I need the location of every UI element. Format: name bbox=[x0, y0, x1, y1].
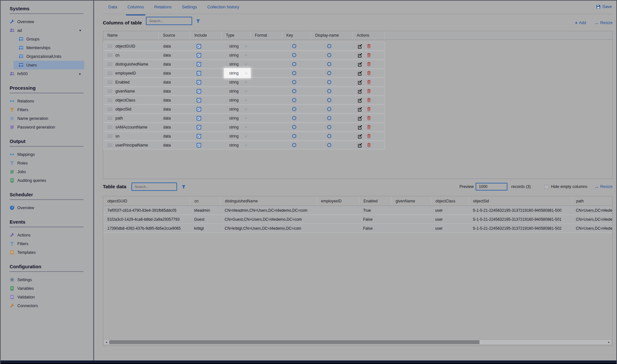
tab-collection-history[interactable]: Collection history bbox=[207, 4, 239, 13]
display-name-radio[interactable] bbox=[327, 125, 331, 129]
delete-icon[interactable] bbox=[367, 44, 371, 49]
sidebar-item-variables[interactable]: Variables bbox=[1, 284, 93, 293]
edit-icon[interactable] bbox=[357, 62, 362, 67]
data-row-0[interactable]: 7ef0f1f7-c81d-4790-83e4-391fb65ddc05t4ea… bbox=[103, 206, 612, 215]
sidebar-item-hr500[interactable]: hr500▸ bbox=[1, 69, 93, 78]
drag-handle-icon[interactable] bbox=[107, 125, 112, 129]
display-name-radio[interactable] bbox=[327, 98, 331, 102]
tab-settings[interactable]: Settings bbox=[182, 4, 197, 13]
tab-data[interactable]: Data bbox=[108, 4, 117, 13]
display-name-radio[interactable] bbox=[327, 143, 331, 147]
key-radio[interactable] bbox=[292, 89, 296, 93]
sidebar-item-users[interactable]: Users bbox=[13, 61, 84, 69]
key-radio[interactable] bbox=[292, 143, 296, 147]
key-radio[interactable] bbox=[292, 71, 296, 75]
key-radio[interactable] bbox=[292, 107, 296, 111]
sidebar-item-memberships[interactable]: Memberships bbox=[1, 43, 93, 52]
display-name-radio[interactable] bbox=[327, 80, 331, 84]
key-radio[interactable] bbox=[292, 62, 296, 66]
type-dropdown[interactable]: string bbox=[224, 96, 251, 104]
edit-icon[interactable] bbox=[357, 98, 362, 103]
table-data-resize-button[interactable]: ↔ Resize bbox=[595, 184, 613, 189]
type-dropdown[interactable]: string bbox=[224, 78, 251, 86]
edit-icon[interactable] bbox=[357, 44, 362, 49]
sidebar-item-connectors[interactable]: Connectors bbox=[1, 301, 93, 310]
include-checkbox[interactable]: ✓ bbox=[197, 80, 201, 84]
delete-icon[interactable] bbox=[367, 53, 371, 58]
include-checkbox[interactable]: ✓ bbox=[197, 62, 201, 67]
add-column-button[interactable]: + Add bbox=[575, 20, 586, 25]
delete-icon[interactable] bbox=[367, 116, 371, 120]
edit-icon[interactable] bbox=[357, 53, 362, 58]
data-row-1[interactable]: 51f2a3c0-1429-4ca6-b8bd-2a9a29357793Gues… bbox=[103, 215, 612, 224]
sidebar-item-relations[interactable]: Relations bbox=[1, 97, 93, 105]
sidebar-item-password-generation[interactable]: Password generation bbox=[1, 123, 93, 131]
delete-icon[interactable] bbox=[367, 80, 371, 84]
key-radio[interactable] bbox=[292, 98, 296, 102]
include-checkbox[interactable]: ✓ bbox=[197, 53, 201, 58]
sidebar-item-roles[interactable]: Roles bbox=[1, 159, 93, 167]
sidebar-item-organizationalunits[interactable]: OrganizationalUnits bbox=[1, 52, 93, 61]
include-checkbox[interactable]: ✓ bbox=[197, 116, 201, 120]
drag-handle-icon[interactable] bbox=[107, 98, 112, 102]
include-checkbox[interactable]: ✓ bbox=[197, 125, 201, 129]
key-radio[interactable] bbox=[292, 134, 296, 138]
type-dropdown[interactable]: string bbox=[224, 60, 251, 68]
include-checkbox[interactable]: ✓ bbox=[197, 107, 201, 111]
display-name-radio[interactable] bbox=[327, 62, 331, 66]
delete-icon[interactable] bbox=[367, 134, 371, 138]
sidebar-item-groups[interactable]: Groups bbox=[1, 35, 93, 43]
key-radio[interactable] bbox=[292, 80, 296, 84]
chevron-right-icon[interactable]: ▸ bbox=[79, 72, 81, 75]
tab-relations[interactable]: Relations bbox=[154, 4, 172, 13]
table-data-search-box[interactable] bbox=[131, 182, 177, 191]
drag-handle-icon[interactable] bbox=[107, 71, 112, 75]
preview-count-input[interactable] bbox=[476, 183, 507, 191]
edit-icon[interactable] bbox=[357, 125, 362, 130]
type-dropdown[interactable]: string bbox=[224, 105, 251, 113]
drag-handle-icon[interactable] bbox=[107, 44, 112, 48]
display-name-radio[interactable] bbox=[327, 134, 331, 138]
delete-icon[interactable] bbox=[367, 71, 371, 75]
tab-columns[interactable]: Columns bbox=[127, 4, 144, 13]
hide-empty-columns-checkbox[interactable] bbox=[544, 185, 549, 189]
sidebar-item-templates[interactable]: Templates bbox=[1, 248, 93, 257]
display-name-radio[interactable] bbox=[327, 89, 331, 93]
include-checkbox[interactable]: ✓ bbox=[197, 98, 201, 102]
display-name-radio[interactable] bbox=[327, 71, 331, 75]
sidebar-item-overview[interactable]: Overview bbox=[1, 203, 93, 212]
sidebar-item-settings[interactable]: Settings bbox=[1, 275, 93, 284]
include-checkbox[interactable]: ✓ bbox=[197, 71, 201, 75]
type-dropdown[interactable]: string bbox=[224, 51, 251, 59]
sidebar-item-filters[interactable]: Filters bbox=[1, 239, 93, 248]
sidebar-item-jobs[interactable]: Jobs bbox=[1, 167, 93, 176]
edit-icon[interactable] bbox=[357, 89, 362, 94]
edit-icon[interactable] bbox=[357, 71, 362, 76]
sidebar-item-name-generation[interactable]: Name generation bbox=[1, 114, 93, 123]
drag-handle-icon[interactable] bbox=[107, 89, 112, 93]
edit-icon[interactable] bbox=[357, 134, 362, 139]
columns-search-box[interactable] bbox=[146, 17, 192, 25]
edit-icon[interactable] bbox=[357, 116, 362, 121]
key-radio[interactable] bbox=[292, 116, 296, 120]
type-dropdown[interactable]: string bbox=[224, 68, 251, 78]
table-data-search-input[interactable] bbox=[132, 185, 182, 189]
include-checkbox[interactable]: ✓ bbox=[197, 134, 201, 138]
type-dropdown[interactable]: string bbox=[224, 132, 251, 140]
scroll-left-arrow[interactable]: ◂ bbox=[104, 340, 109, 344]
drag-handle-icon[interactable] bbox=[107, 107, 112, 111]
edit-icon[interactable] bbox=[357, 80, 362, 85]
delete-icon[interactable] bbox=[367, 107, 371, 111]
columns-resize-button[interactable]: ↔ Resize bbox=[595, 20, 613, 25]
type-dropdown[interactable]: string bbox=[224, 114, 251, 122]
display-name-radio[interactable] bbox=[327, 116, 331, 120]
data-row-2[interactable]: 17390db8-4392-437b-9d95-6b5e2cce9065krbt… bbox=[103, 224, 612, 233]
sidebar-item-filters[interactable]: Filters bbox=[1, 105, 93, 114]
scrollbar-thumb[interactable] bbox=[109, 340, 479, 344]
filter-icon[interactable] bbox=[182, 185, 186, 189]
filter-icon[interactable] bbox=[196, 19, 200, 23]
sidebar-item-actions[interactable]: Actions bbox=[1, 231, 93, 239]
sidebar-item-mappings[interactable]: Mappings bbox=[1, 150, 93, 159]
drag-handle-icon[interactable] bbox=[107, 62, 112, 66]
delete-icon[interactable] bbox=[367, 125, 371, 129]
